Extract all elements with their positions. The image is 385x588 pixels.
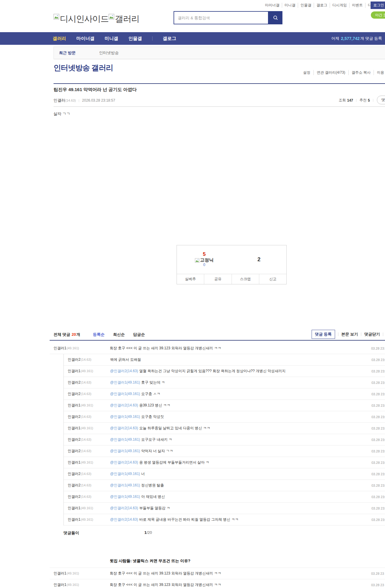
- post-body-text: 살자 ㄱㄱ: [54, 111, 70, 117]
- comment-author[interactable]: 인갤러1(49.161): [64, 460, 93, 465]
- comment-mention-link[interactable]: @인갤러1(49.161): [110, 495, 140, 499]
- comment-mention-link[interactable]: @인갤러2(14.63): [110, 426, 138, 430]
- gallery-meta-link[interactable]: 이용: [374, 70, 385, 75]
- topbar-link[interactable]: 인물갤: [298, 3, 314, 8]
- gallery-meta-link[interactable]: 연관 갤러리(4/73): [313, 70, 348, 75]
- comment-row: 인갤러2(14.63) 뭐에 긁혀서 도배질 03.28 23:2: [64, 354, 385, 366]
- nav-item[interactable]: 갤러리: [53, 36, 66, 41]
- comment-author[interactable]: 인갤러2(14.63): [64, 471, 91, 476]
- comment-content: @인갤러1(49.161)오구오구 내새키 ㅋ: [110, 437, 172, 442]
- comment-mention-link[interactable]: @인갤러1(49.161): [110, 392, 140, 396]
- search-button[interactable]: [269, 11, 282, 24]
- comment-row: 인갤러2(14.63) @인갤러1(49.161)오구오구 내새키 ㅋ 03.2…: [64, 434, 385, 446]
- comment-author[interactable]: 인갤러2(14.63): [64, 494, 91, 499]
- recent-visit-gallery-link[interactable]: 인터넷방송: [99, 50, 119, 56]
- comment-mention-link[interactable]: @인갤러1(49.161): [110, 437, 140, 442]
- comment-total-number: 20: [72, 332, 76, 337]
- nav-item[interactable]: 인물갤: [128, 36, 142, 41]
- comment-author[interactable]: 인갤러2(14.63): [64, 357, 91, 362]
- comment-count-pill-button[interactable]: 댓: [377, 96, 385, 104]
- nav-item[interactable]: 마이너갤: [76, 36, 94, 41]
- comment-bot-label: 댓글돌이: [63, 530, 79, 536]
- comment-author[interactable]: 인갤러1(49.161): [64, 369, 93, 374]
- comment-mention-link[interactable]: @인갤러1(49.161): [110, 472, 140, 476]
- post-author[interactable]: 인갤러: [54, 98, 65, 103]
- downvote-area[interactable]: 2: [232, 245, 286, 274]
- search-input[interactable]: [174, 12, 268, 24]
- comment-author[interactable]: 인갤러2(14.63): [64, 414, 91, 419]
- nav-item[interactable]: 미니갤: [105, 36, 118, 41]
- comment-author[interactable]: 인갤러2(14.63): [64, 380, 91, 385]
- comment-mention-link[interactable]: @인갤러1(49.161): [110, 483, 140, 487]
- comment-content: 회장 호구 <<< 이 글 쓰는 새끼 39.123 외워라 열등감 개병신새끼…: [110, 582, 221, 587]
- post-action-buttons: 실베추공유스크랩신고: [177, 274, 286, 284]
- comment-mention-link[interactable]: @인갤러2(14.63): [110, 506, 138, 510]
- next-post-title[interactable]: 윗집 사람들: 넷플릭스 켜면 무조건 뜨는 이유?: [110, 558, 190, 564]
- comment-mention-link[interactable]: @인갤러1(49.161): [110, 449, 140, 453]
- topbar-link[interactable]: 마이너갤: [263, 3, 282, 8]
- topbar-link[interactable]: 디시게임: [330, 3, 349, 8]
- comment-timestamp: 03.28 23: [371, 572, 384, 575]
- comment-timestamp: 03.28 23:2: [371, 347, 385, 350]
- post-action-button[interactable]: 공유: [204, 274, 231, 284]
- reply-thread: 인갤러2(14.63) 뭐에 긁혀서 도배질 03.28 23:2 인갤러1(4…: [63, 354, 385, 525]
- comment-author[interactable]: 인갤러1(49.161): [50, 582, 79, 587]
- close-comments-button[interactable]: 댓글닫기: [364, 332, 380, 337]
- comment-sort-tab[interactable]: 최신순: [113, 332, 125, 337]
- comment-section: 전체 댓글 20개 등록순최신순답글순 댓글 등록 본문 보기 댓글닫기 인갤러…: [50, 331, 385, 539]
- comment-author[interactable]: 인갤러1(49.161): [50, 571, 79, 576]
- site-logo[interactable]: 디시인사이드 갤러리: [54, 13, 139, 25]
- comment-content: 뭐에 긁혀서 도배질: [110, 357, 141, 362]
- comment-author[interactable]: 인갤러1(49.161): [50, 346, 79, 351]
- gallery-meta-link[interactable]: 갤주소 복사: [348, 70, 374, 75]
- comment-content: @인갤러2(14.63)응 평생 열등감에 부들부들거리면서 살아 ㅋ: [110, 460, 209, 465]
- comment-row: 인갤러2(14.63) @인갤러1(49.161)정신병원 탈출 03.28 2…: [64, 480, 385, 491]
- comment-author[interactable]: 인갤러2(14.63): [64, 437, 91, 442]
- login-button[interactable]: 로그인: [371, 2, 385, 9]
- comment-row: 인갤러1(49.161) 회장 호구 <<< 이 글 쓰는 새끼 39.123 …: [50, 579, 385, 588]
- nav-item[interactable]: 갤로그: [163, 36, 176, 41]
- comment-pagination[interactable]: 1/20: [144, 530, 152, 535]
- comment-mention-link[interactable]: @인갤러1(49.161): [110, 415, 140, 419]
- upvote-area[interactable]: 5 고정닉 0: [177, 245, 232, 274]
- post-action-button[interactable]: 신고: [259, 274, 286, 284]
- comment-author[interactable]: 인갤러1(49.161): [64, 403, 93, 408]
- comment-content: @인갤러2(14.63)열혈 욕하는건 그냥 악성이지 긁힐게 있음??? 회장…: [110, 369, 286, 374]
- comment-author[interactable]: 인갤러2(14.63): [64, 391, 91, 397]
- comment-mention-link[interactable]: @인갤러2(14.63): [110, 403, 138, 407]
- comment-author[interactable]: 인갤러2(14.63): [64, 483, 91, 488]
- post-action-button[interactable]: 스크랩: [232, 274, 259, 284]
- topbar-link[interactable]: 갤로그: [314, 3, 330, 8]
- yesterday-comment-counter: 어제 2,577,742개 댓글 등록: [331, 32, 382, 45]
- comment-timestamp: 03.28 23:2: [371, 358, 385, 362]
- topbar-link[interactable]: 이벤트: [349, 3, 365, 8]
- next-post-comment-list: 인갤러1(49.161) 회장 호구 <<< 이 글 쓰는 새끼 39.123 …: [50, 568, 385, 588]
- comment-mention-link[interactable]: @인갤러1(49.161): [110, 380, 140, 384]
- comment-list: 인갤러1(49.161) 회장 호구 <<< 이 글 쓰는 새끼 39.123 …: [50, 343, 385, 525]
- comment-author[interactable]: 인갤러1(49.161): [64, 506, 93, 511]
- comment-content: @인갤러1(49.161)너: [110, 471, 145, 476]
- view-post-button[interactable]: 본문 보기: [341, 332, 358, 337]
- comment-row: 인갤러2(14.63) @인갤러1(49.161)약먹자 너 살자 ㄱㅋ 03.…: [64, 446, 385, 457]
- comment-mention-link[interactable]: @인갤러2(14.63): [110, 369, 138, 373]
- comment-timestamp: 03.28 23:2: [371, 484, 385, 487]
- post-author-ip: (14.63): [65, 99, 76, 102]
- comment-mention-link[interactable]: @인갤러2(14.63): [110, 517, 138, 522]
- comment-mention-link[interactable]: @인갤러2(14.63): [110, 460, 138, 464]
- comment-timestamp: 03.28 23: [371, 583, 384, 587]
- comment-submit-button[interactable]: 댓글 등록: [312, 330, 335, 339]
- broken-image-icon: [54, 14, 59, 20]
- comment-sort-tab[interactable]: 등록순: [93, 332, 105, 337]
- downvote-count: 2: [257, 256, 260, 263]
- comment-author[interactable]: 인갤러1(49.161): [64, 426, 93, 431]
- comment-sort-tab[interactable]: 답글순: [133, 332, 145, 337]
- gallery-meta-link[interactable]: 설정: [300, 70, 313, 75]
- comment-timestamp: 03.28 23:2: [371, 472, 385, 476]
- night-mode-button[interactable]: 야간 모드: [371, 11, 385, 19]
- comment-author[interactable]: 인갤러1(49.161): [64, 517, 93, 522]
- post-action-button[interactable]: 실베추: [177, 274, 204, 284]
- topbar-link[interactable]: 미니갤: [282, 3, 298, 8]
- comment-author[interactable]: 인갤러2(14.63): [64, 449, 91, 454]
- post-stats: 조회147 추천5: [339, 98, 376, 103]
- gallery-title[interactable]: 인터넷방송 갤러리: [54, 63, 113, 73]
